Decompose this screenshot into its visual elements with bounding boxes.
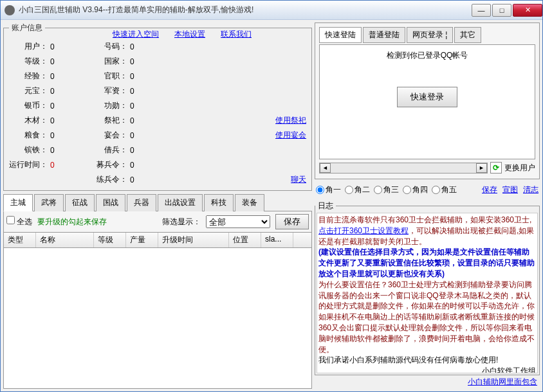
account-row: 练兵令：0聊天 <box>89 174 306 185</box>
account-row: 镔铁：0 <box>9 145 69 156</box>
account-row: 银币：0 <box>9 100 69 111</box>
app-window: 小白三国乱世辅助 V3.94--打造最简单实用的辅助-解放双手,愉快游戏! — … <box>0 0 543 392</box>
login-detect-text: 检测到你已登录QQ帐号 <box>387 50 468 61</box>
log-signature: 小白软件工作组 <box>318 366 536 373</box>
corner-link[interactable]: 保存 <box>482 184 497 195</box>
account-row: 运行时间：0 <box>9 159 69 170</box>
login-tabs: 快速登陆普通登陆网页登录 ¦其它 <box>318 26 537 44</box>
table-header-cell[interactable]: 等级 <box>94 233 126 247</box>
corner-radio[interactable]: 角四 <box>403 184 428 195</box>
switch-user-link[interactable]: 更换用户 <box>504 163 535 174</box>
titlebar[interactable]: 小白三国乱世辅助 V3.94--打造最简单实用的辅助-解放双手,愉快游戏! — … <box>1 1 542 20</box>
main-tab[interactable]: 科技 <box>204 194 234 211</box>
login-body: 检测到你已登录QQ帐号 快速登录 <box>319 44 535 159</box>
log-why: 为什么要设置信任？360卫士处理方式检测到辅助登录要访问腾讯服务器的会出来一个窗… <box>318 280 535 354</box>
link-quickspace[interactable]: 快速进入空间 <box>113 29 159 40</box>
app-icon <box>5 5 15 15</box>
table-header-cell[interactable]: 升级时间 <box>158 233 229 247</box>
account-row: 木材：0 <box>9 115 69 126</box>
close-button[interactable]: ✕ <box>513 4 542 17</box>
window-title: 小白三国乱世辅助 V3.94--打造最简单实用的辅助-解放双手,愉快游戏! <box>19 4 470 15</box>
account-row: 粮食：0 <box>9 130 69 141</box>
account-row: 募兵令：0 <box>89 159 306 170</box>
account-row: 经验：0 <box>9 71 69 82</box>
main-tab[interactable]: 武将 <box>34 194 64 211</box>
refresh-icon[interactable]: ⟳ <box>490 162 502 174</box>
main-tab[interactable]: 主城 <box>3 194 33 211</box>
table-header-cell[interactable]: 名称 <box>36 233 94 247</box>
corner-radio[interactable]: 角二 <box>345 184 370 195</box>
log-legend: 日志 <box>315 200 336 211</box>
quick-login-button[interactable]: 快速登录 <box>397 87 457 107</box>
main-tab[interactable]: 装备 <box>235 194 264 211</box>
main-tabs-panel: 主城武将征战国战兵器出战设置科技装备 全选 要升级的勾起来保存 筛选显示： 全部… <box>3 193 312 389</box>
corner-radio[interactable]: 角五 <box>432 184 457 195</box>
log-promise: 我们承诺小白系列辅助源代码没有任何病毒放心使用! <box>318 355 498 364</box>
login-scrollbar[interactable]: ◄ ► <box>319 163 488 174</box>
scroll-left-icon[interactable]: ◄ <box>320 163 331 173</box>
link-360-tutorial[interactable]: 点击打开360卫士设置教程 <box>318 226 409 235</box>
corner-radio[interactable]: 角一 <box>316 184 341 195</box>
save-button[interactable]: 保存 <box>275 214 309 229</box>
table-header-cell[interactable]: sla... <box>261 233 293 247</box>
table-body[interactable] <box>3 248 312 389</box>
login-tab[interactable]: 网页登录 ¦ <box>407 27 453 43</box>
account-row: 祭祀：0使用祭祀 <box>89 115 306 126</box>
filter-toolbar: 全选 要升级的勾起来保存 筛选显示： 全部 保存 <box>3 211 312 233</box>
account-link[interactable]: 聊天 <box>291 174 306 185</box>
account-row: 宴会：0使用宴会 <box>89 130 306 141</box>
bottom-link[interactable]: 小白辅助网里面包含 <box>468 377 537 386</box>
login-tab[interactable]: 普通登陆 <box>363 27 405 43</box>
account-row: 官职：0 <box>89 71 306 82</box>
corner-link[interactable]: 宣图 <box>502 184 518 195</box>
main-tab[interactable]: 出战设置 <box>158 194 203 211</box>
corner-link[interactable]: 清志 <box>523 184 538 195</box>
link-local-settings[interactable]: 本地设置 <box>174 29 205 40</box>
account-row: 借兵：0 <box>89 145 306 156</box>
login-tab[interactable]: 快速登陆 <box>319 27 362 43</box>
corners-row: 角一 角二 角三 角四 角五 保存宣图清志 <box>315 182 540 198</box>
corner-radio[interactable]: 角三 <box>374 184 399 195</box>
upgrade-hint: 要升级的勾起来保存 <box>37 217 107 227</box>
account-row: 元宝：0 <box>9 85 69 96</box>
login-panel: 快速登陆普通登陆网页登录 ¦其它 检测到你已登录QQ帐号 快速登录 ◄ ► ⟳ … <box>315 22 540 179</box>
filter-label: 筛选显示： <box>162 217 201 227</box>
account-link[interactable]: 使用宴会 <box>275 130 306 141</box>
account-row: 用户：0 <box>9 41 69 52</box>
table-header-cell[interactable]: 位置 <box>229 233 261 247</box>
account-row: 军资：0 <box>89 85 306 96</box>
table-header-cell[interactable]: 产量 <box>126 233 158 247</box>
maximize-button[interactable]: □ <box>492 4 511 17</box>
log-advice: (建议设置信任选择目录方式，因为如果是文件设置信任等辅助文件更新了又要重新设置信… <box>318 247 535 278</box>
main-tab[interactable]: 国战 <box>96 194 125 211</box>
select-all-checkbox[interactable]: 全选 <box>6 216 32 227</box>
scroll-right-icon[interactable]: ► <box>476 163 487 173</box>
account-panel: 账户信息 快速进入空间 本地设置 联系我们 用户：0等级：0经验：0元宝：0银币… <box>3 22 312 191</box>
main-tabs: 主城武将征战国战兵器出战设置科技装备 <box>3 193 312 211</box>
table-header: 类型名称等级产量升级时间位置sla... <box>3 233 312 248</box>
account-row: 功勋：0 <box>89 100 306 111</box>
account-row: 国家：0 <box>89 56 306 67</box>
main-tab[interactable]: 征战 <box>65 194 95 211</box>
main-tab[interactable]: 兵器 <box>127 194 156 211</box>
login-tab[interactable]: 其它 <box>454 27 481 43</box>
account-link[interactable]: 使用祭祀 <box>275 115 306 126</box>
account-row: 等级：0 <box>9 56 69 67</box>
account-legend: 账户信息 <box>9 22 45 33</box>
log-panel: 日志 目前主流杀毒软件只有360卫士会拦截辅助，如果安装360卫士,点击打开36… <box>315 200 540 389</box>
link-contact[interactable]: 联系我们 <box>221 29 252 40</box>
table-header-cell[interactable]: 类型 <box>4 233 36 247</box>
account-row: 号码：0 <box>89 41 306 52</box>
log-body[interactable]: 目前主流杀毒软件只有360卫士会拦截辅助，如果安装360卫士,点击打开360卫士… <box>317 213 538 373</box>
minimize-button[interactable]: — <box>472 4 491 17</box>
filter-select[interactable]: 全部 <box>206 215 270 228</box>
